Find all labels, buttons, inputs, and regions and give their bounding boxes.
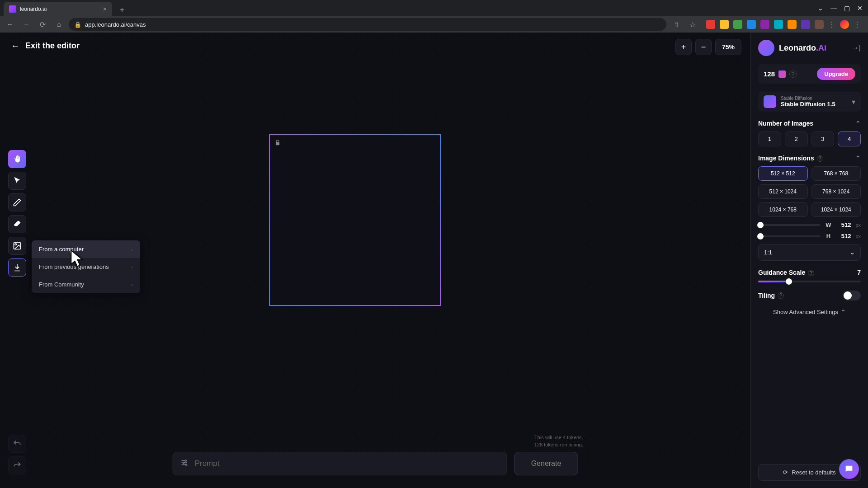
redo-icon [13, 461, 22, 470]
download-tool[interactable] [8, 258, 26, 277]
arrow-left-icon: ← [11, 41, 20, 51]
num-images-4[interactable]: 4 [838, 131, 861, 146]
chat-bubble-button[interactable] [839, 459, 859, 479]
hand-icon [13, 155, 22, 164]
zoom-out-button[interactable]: − [695, 39, 712, 55]
tiling-toggle[interactable] [843, 291, 861, 300]
aspect-ratio-select[interactable]: 1:1 ⌄ [758, 244, 861, 261]
ext-icon[interactable] [747, 20, 756, 29]
close-window-icon[interactable]: ✕ [857, 5, 863, 12]
app: ← Exit the editor + − 75% [0, 33, 868, 488]
home-button[interactable]: ⌂ [52, 18, 65, 31]
token-info: This will use 4 tokens. 128 tokens remai… [534, 434, 583, 448]
dim-1024x1024[interactable]: 1024 × 1024 [811, 202, 861, 217]
help-icon[interactable]: ? [778, 292, 784, 299]
back-button[interactable]: ← [4, 18, 16, 31]
ext-icon[interactable] [733, 20, 742, 29]
prompt-input[interactable] [195, 459, 500, 468]
height-slider[interactable]: H 512 px [758, 233, 861, 239]
lock-icon: 🔒 [74, 21, 81, 28]
bookmark-icon[interactable]: ☆ [686, 18, 699, 31]
draw-tool[interactable] [8, 193, 26, 211]
canvas-frame[interactable] [269, 134, 441, 306]
upgrade-button[interactable]: Upgrade [817, 68, 855, 80]
chevron-up-icon[interactable]: ⌃ [855, 155, 861, 162]
profile-avatar[interactable] [840, 20, 849, 29]
undo-redo [8, 435, 26, 474]
share-icon[interactable]: ⇧ [670, 18, 683, 31]
tab-bar: leonardo.ai × + ⌄ — ▢ ✕ [0, 0, 868, 16]
num-images-section: Number of Images ⌃ 1 2 3 4 [758, 120, 861, 146]
refresh-icon: ⟳ [783, 469, 788, 476]
canvas-area[interactable]: ← Exit the editor + − 75% [0, 33, 750, 488]
cursor-icon [13, 176, 22, 185]
model-select[interactable]: Stable Diffusion Stable Diffusion 1.5 ▾ [758, 92, 861, 112]
dimensions-section: Image Dimensions? ⌃ 512 × 512 768 × 768 … [758, 155, 861, 261]
ext-icon[interactable] [774, 20, 783, 29]
upload-from-computer[interactable]: From a computer › [32, 240, 140, 258]
show-advanced-link[interactable]: Show Advanced Settings ⌃ [758, 309, 861, 315]
image-icon [13, 241, 22, 250]
ext-icon[interactable] [760, 20, 769, 29]
zoom-in-button[interactable]: + [675, 39, 692, 55]
browser-tab[interactable]: leonardo.ai × [4, 2, 112, 16]
maximize-icon[interactable]: ▢ [844, 5, 850, 12]
ext-icon[interactable] [706, 20, 715, 29]
extensions-menu-icon[interactable]: ⋮ [828, 20, 835, 29]
reload-button[interactable]: ⟳ [36, 18, 49, 31]
ext-icon[interactable] [720, 20, 729, 29]
url-input[interactable]: 🔒 app.leonardo.ai/canvas [69, 18, 666, 31]
zoom-level[interactable]: 75% [715, 39, 741, 55]
left-toolbar [8, 150, 26, 277]
window-controls: ⌄ — ▢ ✕ [818, 0, 868, 16]
image-tool[interactable] [8, 237, 26, 255]
pan-tool[interactable] [8, 150, 26, 168]
pencil-icon [13, 198, 22, 207]
ext-icon[interactable] [815, 20, 824, 29]
guidance-section: Guidance Scale? 7 [758, 269, 861, 282]
brand-name: Leonardo.Ai [779, 43, 826, 53]
favicon-icon [9, 5, 16, 13]
num-images-1[interactable]: 1 [758, 131, 781, 146]
help-icon[interactable]: ? [789, 70, 797, 78]
ext-icon[interactable] [801, 20, 810, 29]
sliders-icon[interactable] [180, 459, 189, 469]
credits-row: 128 ? Upgrade [758, 64, 861, 84]
help-icon[interactable]: ? [808, 270, 814, 276]
minimize-icon[interactable]: — [830, 5, 837, 12]
generate-button[interactable]: Generate [514, 452, 578, 475]
dim-512x1024[interactable]: 512 × 1024 [758, 184, 808, 199]
close-tab-icon[interactable]: × [103, 5, 107, 13]
num-images-2[interactable]: 2 [785, 131, 808, 146]
dim-768x1024[interactable]: 768 × 1024 [811, 184, 861, 199]
forward-button[interactable]: → [20, 18, 33, 31]
redo-button[interactable] [8, 456, 26, 474]
chevron-up-icon: ⌃ [841, 309, 846, 315]
help-icon[interactable]: ? [817, 155, 823, 162]
chevron-down-icon[interactable]: ⌄ [818, 5, 823, 12]
collapse-panel-icon[interactable]: →| [852, 44, 861, 52]
svg-point-1 [15, 244, 16, 245]
upload-from-previous[interactable]: From previous generations › [32, 258, 140, 276]
new-tab-button[interactable]: + [116, 4, 128, 16]
dim-768x768[interactable]: 768 × 768 [811, 166, 861, 181]
width-slider[interactable]: W 512 px [758, 221, 861, 228]
dim-512x512[interactable]: 512 × 512 [758, 166, 808, 181]
brand-row: Leonardo.Ai →| [758, 40, 861, 56]
ext-icon[interactable] [788, 20, 797, 29]
chevron-up-icon[interactable]: ⌃ [855, 120, 861, 127]
undo-button[interactable] [8, 435, 26, 453]
dim-1024x768[interactable]: 1024 × 768 [758, 202, 808, 217]
select-tool[interactable] [8, 172, 26, 190]
erase-tool[interactable] [8, 215, 26, 233]
browser-chrome: leonardo.ai × + ⌄ — ▢ ✕ ← → ⟳ ⌂ 🔒 app.le… [0, 0, 868, 33]
credits-value: 128 [764, 70, 775, 78]
kebab-menu-icon[interactable]: ⋮ [854, 20, 861, 29]
tab-title: leonardo.ai [20, 6, 47, 12]
exit-editor-button[interactable]: ← Exit the editor [11, 41, 80, 51]
num-images-3[interactable]: 3 [811, 131, 835, 146]
chat-icon [844, 464, 854, 474]
tiling-row: Tiling ? [758, 291, 861, 300]
upload-from-community[interactable]: From Community › [32, 276, 140, 293]
guidance-slider[interactable] [758, 281, 861, 282]
